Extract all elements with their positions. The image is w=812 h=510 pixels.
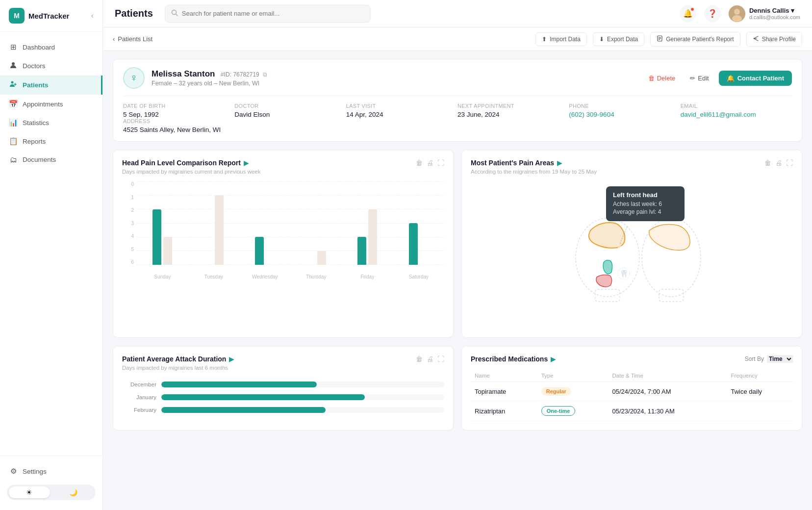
help-button[interactable]: ❓ (704, 5, 721, 22)
bar-current (409, 223, 418, 265)
doctor-value: David Elson (234, 111, 340, 118)
contact-label: Contact Patient (737, 75, 784, 82)
horiz-bar-month-label: December (122, 382, 156, 387)
chart-expand-icon[interactable]: ⛶ (437, 159, 444, 167)
sort-select[interactable]: Time Name (767, 355, 793, 363)
user-menu[interactable]: Dennis Callis ▾ d.callis@outlook.com (729, 5, 800, 22)
sort-by-label: Sort By (745, 356, 764, 362)
patient-sub-info: Female – 32 years old – New Berlin, WI (152, 80, 267, 87)
sidebar-item-statistics[interactable]: 📊 Statistics (0, 113, 102, 132)
back-to-patients-link[interactable]: ‹ Patients List (113, 35, 152, 43)
edit-patient-button[interactable]: ✏ Edit (685, 72, 713, 85)
sidebar-item-label: Reports (23, 138, 46, 145)
theme-dark-button[interactable]: 🌙 (53, 486, 94, 498)
documents-icon: 🗂 (9, 155, 18, 164)
col-frequency-header: Frequency (727, 370, 793, 382)
generate-report-button[interactable]: Generate Patient's Report (650, 32, 740, 47)
export-icon: ⬇ (599, 36, 604, 43)
chart-subtitle: According to the migraines from 19 May t… (471, 169, 793, 175)
sidebar-item-reports[interactable]: 📋 Reports (0, 132, 102, 151)
med-name: Rizatriptan (471, 401, 537, 421)
chart-play-icon[interactable]: ▶ (557, 159, 562, 167)
email-value[interactable]: david_elil611@gmail.com (681, 111, 756, 118)
patient-name-row: Melissa Stanton #ID: 76782719 ⧉ (152, 69, 267, 79)
sidebar-item-settings[interactable]: ⚙ Settings (0, 462, 102, 481)
edit-label: Edit (698, 75, 709, 82)
x-label: Sunday (137, 274, 188, 280)
chart-print-icon[interactable]: 🖨 (775, 159, 782, 167)
bar-group (291, 181, 342, 265)
chart-play-icon[interactable]: ▶ (244, 159, 249, 167)
chart-actions: 🗑 🖨 ⛶ (416, 355, 444, 363)
bar-group (342, 181, 393, 265)
col-datetime-header: Date & Time (609, 370, 727, 382)
contact-patient-button[interactable]: 🔔 Contact Patient (719, 71, 792, 86)
import-label: Import Data (550, 36, 581, 43)
content-area: ‹ Patients List ⬆ Import Data ⬇ Export D… (103, 27, 812, 510)
chart-header: Head Pain Level Comparison Report ▶ 🗑 🖨 … (122, 159, 444, 167)
chart-expand-icon[interactable]: ⛶ (786, 159, 793, 167)
export-label: Export Data (607, 36, 638, 43)
chart-print-icon[interactable]: 🖨 (427, 159, 433, 167)
bar-group (239, 181, 291, 265)
chart-expand-icon[interactable]: ⛶ (437, 355, 444, 363)
app-name: MedTracker (28, 12, 69, 20)
sidebar-item-documents[interactable]: 🗂 Documents (0, 151, 102, 169)
chart-play-icon[interactable]: ▶ (229, 356, 234, 363)
chart-print-icon[interactable]: 🖨 (427, 355, 433, 363)
sort-by: Sort By Time Name (745, 355, 793, 363)
bar-current (357, 237, 366, 265)
attack-title-text: Patient Average Attack Duration (122, 355, 226, 363)
sidebar-item-appointments[interactable]: 📅 Appointments (0, 95, 102, 113)
email-label: Email (681, 103, 786, 109)
sidebar-item-doctors[interactable]: Doctors (0, 56, 102, 76)
patient-nav-bar: ‹ Patients List ⬆ Import Data ⬇ Export D… (103, 27, 812, 51)
sidebar-bottom: ⚙ Settings ☀ 🌙 (0, 456, 102, 510)
patients-icon (9, 80, 18, 90)
sidebar-item-label: Patients (23, 81, 49, 89)
bar-current (152, 209, 161, 265)
copy-id-icon[interactable]: ⧉ (263, 71, 267, 78)
horiz-bar-row: December (122, 382, 444, 387)
sidebar-item-patients[interactable]: Patients (0, 76, 102, 95)
bar-prev (368, 209, 377, 265)
export-data-button[interactable]: ⬇ Export Data (593, 32, 644, 46)
reports-icon: 📋 (9, 137, 18, 146)
attack-duration-chart-card: Patient Average Attack Duration ▶ 🗑 🖨 ⛶ … (113, 346, 454, 431)
svg-rect-14 (659, 289, 684, 302)
y-label-3: 3 (122, 221, 134, 226)
patient-name: Melissa Stanton (152, 69, 215, 78)
medications-title-text: Prescribed Medications (471, 355, 548, 363)
svg-point-1 (11, 81, 14, 84)
doctor-label: Doctor (234, 103, 340, 109)
chart-title: Most Patient's Pain Areas ▶ (471, 159, 562, 167)
delete-patient-button[interactable]: 🗑 Delete (643, 72, 681, 85)
med-name: Topiramate (471, 382, 537, 401)
delete-icon: 🗑 (648, 75, 655, 82)
doctors-icon (9, 61, 18, 71)
sidebar-collapse-button[interactable]: ‹ (91, 11, 94, 20)
y-label-2: 2 (122, 207, 134, 213)
chart-actions: 🗑 🖨 ⛶ (416, 159, 444, 167)
tooltip-aches: Aches last week: 6 (613, 201, 678, 207)
chart-title-text: Head Pain Level Comparison Report (122, 159, 241, 167)
med-frequency (727, 401, 793, 421)
patient-doctor: Doctor David Elson (234, 103, 346, 118)
chart-subtitle: Days impacted by migraines last 6 months (122, 365, 444, 371)
sidebar-item-dashboard[interactable]: ⊞ Dashboard (0, 38, 102, 56)
search-input[interactable] (182, 10, 364, 17)
chart-delete-icon[interactable]: 🗑 (764, 159, 771, 167)
patient-header-actions: 🗑 Delete ✏ Edit 🔔 Contact Patient (643, 71, 792, 86)
share-profile-button[interactable]: Share Profile (746, 32, 802, 47)
x-labels: SundayTuesdayWednesdayThursdayFridaySatu… (137, 274, 444, 280)
patient-dob: Date of Birth 5 Sep, 1992 (123, 103, 234, 118)
chart-delete-icon[interactable]: 🗑 (416, 355, 423, 363)
import-data-button[interactable]: ⬆ Import Data (535, 32, 587, 46)
chart-delete-icon[interactable]: 🗑 (416, 159, 423, 167)
theme-light-button[interactable]: ☀ (9, 486, 50, 498)
med-play-icon[interactable]: ▶ (551, 356, 556, 363)
phone-value[interactable]: (602) 309-9604 (569, 111, 674, 118)
medications-card: Prescribed Medications ▶ Sort By Time Na… (461, 346, 802, 431)
col-name-header: Name (471, 370, 537, 382)
notifications-button[interactable]: 🔔 (680, 5, 696, 22)
